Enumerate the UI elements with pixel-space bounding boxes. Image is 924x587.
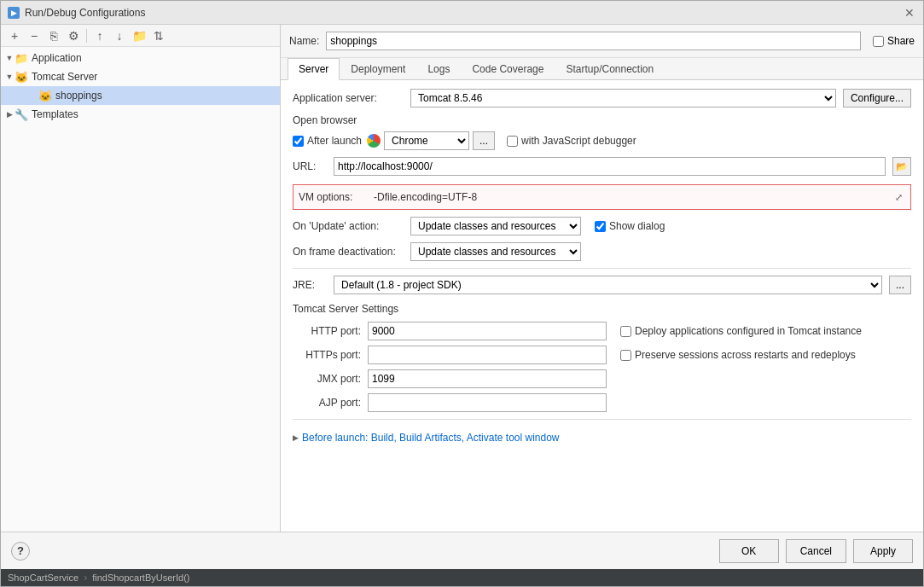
before-launch-row[interactable]: ▶ Before launch: Build, Build Artifacts,… — [293, 427, 911, 449]
tab-deployment[interactable]: Deployment — [340, 58, 416, 80]
ajp-port-row: AJP port: — [293, 393, 911, 412]
ok-button[interactable]: OK — [719, 539, 779, 563]
jre-browse-button[interactable]: ... — [889, 276, 911, 294]
tab-startup-connection[interactable]: Startup/Connection — [555, 58, 665, 80]
remove-config-button[interactable]: − — [26, 27, 43, 44]
https-port-label: HTTPs port: — [293, 349, 361, 361]
divider-1 — [293, 268, 911, 269]
deploy-checkbox[interactable] — [620, 326, 631, 337]
browser-select[interactable]: Chrome — [384, 131, 469, 150]
tree-item-templates[interactable]: ▶ 🔧 Templates — [1, 105, 280, 124]
wrench-icon: 🔧 — [15, 108, 28, 121]
https-port-input[interactable] — [368, 346, 607, 364]
show-dialog-label[interactable]: Show dialog — [595, 220, 665, 232]
on-update-row: On 'Update' action: Update classes and r… — [293, 217, 911, 235]
tomcat-icon: 🐱 — [15, 70, 28, 84]
tree-item-application[interactable]: ▼ 📁 Application — [1, 49, 280, 67]
copy-config-button[interactable]: ⎘ — [45, 27, 62, 44]
arrow-application: ▼ — [4, 53, 15, 63]
ajp-port-input[interactable] — [368, 393, 607, 412]
chrome-icon — [367, 134, 381, 148]
bottom-bar: ? OK Cancel Apply — [1, 532, 923, 569]
add-config-button[interactable]: + — [6, 27, 23, 44]
open-browser-label: Open browser — [293, 114, 911, 126]
browser-browse-button[interactable]: ... — [473, 131, 495, 150]
tree-item-tomcat-server[interactable]: ▼ 🐱 Tomcat Server — [1, 67, 280, 86]
https-port-row: HTTPs port: Preserve sessions across res… — [293, 346, 911, 364]
tab-code-coverage[interactable]: Code Coverage — [461, 58, 555, 80]
arrow-tomcat: ▼ — [4, 72, 15, 82]
divider-2 — [293, 419, 911, 420]
left-panel: + − ⎘ ⚙ ↑ ↓ 📁 ⇅ ▼ 📁 Application ▼ 🐱 — [1, 25, 281, 532]
app-server-label: Application server: — [293, 92, 404, 104]
jre-row: JRE: Default (1.8 - project SDK) ... — [293, 276, 911, 294]
sort-button[interactable]: ⇅ — [150, 27, 167, 44]
help-button[interactable]: ? — [11, 542, 30, 561]
url-label: URL: — [293, 160, 327, 172]
jre-select[interactable]: Default (1.8 - project SDK) — [334, 276, 882, 294]
vm-options-label: VM options: — [299, 191, 367, 203]
tabs-bar: Server Deployment Logs Code Coverage Sta… — [281, 58, 923, 80]
right-panel: Name: Share Server Deployment Logs Code … — [281, 25, 923, 532]
move-down-button[interactable]: ↓ — [111, 27, 128, 44]
vm-options-input[interactable] — [374, 189, 885, 206]
browser-row: After launch Chrome ... with JavaScript … — [293, 131, 911, 150]
jmx-port-input[interactable] — [368, 369, 607, 388]
on-frame-row: On frame deactivation: Update classes an… — [293, 242, 911, 261]
show-dialog-checkbox[interactable] — [595, 221, 606, 232]
title-bar-left: ▶ Run/Debug Configurations — [8, 7, 145, 19]
arrow-shoppings — [28, 90, 38, 101]
arrow-templates: ▶ — [4, 109, 15, 119]
share-label: Share — [887, 35, 915, 47]
tab-logs[interactable]: Logs — [416, 58, 461, 80]
dialog-body: + − ⎘ ⚙ ↑ ↓ 📁 ⇅ ▼ 📁 Application ▼ 🐱 — [1, 25, 923, 532]
move-up-button[interactable]: ↑ — [91, 27, 108, 44]
js-debugger-checkbox[interactable] — [507, 136, 518, 147]
deploy-check-label[interactable]: Deploy applications configured in Tomcat… — [620, 325, 862, 337]
run-debug-dialog: ▶ Run/Debug Configurations ✕ + − ⎘ ⚙ ↑ ↓… — [0, 0, 924, 587]
tomcat-settings-label: Tomcat Server Settings — [293, 303, 911, 315]
jmx-port-row: JMX port: — [293, 369, 911, 388]
tree-label-application: Application — [32, 52, 82, 64]
share-row: Share — [873, 35, 915, 47]
name-input[interactable] — [326, 32, 861, 50]
before-launch-arrow: ▶ — [293, 433, 299, 442]
js-debugger-label[interactable]: with JavaScript debugger — [507, 135, 636, 147]
on-frame-select[interactable]: Update classes and resources — [410, 242, 581, 261]
http-port-row: HTTP port: Deploy applications configure… — [293, 322, 911, 340]
shoppings-icon: 🐱 — [38, 89, 52, 102]
configure-button[interactable]: Configure... — [843, 89, 911, 108]
vm-expand-button[interactable]: ⤢ — [892, 190, 905, 204]
vm-options-row: VM options: ⤢ — [293, 184, 911, 210]
app-server-select[interactable]: Tomcat 8.5.46 — [410, 89, 836, 108]
on-frame-label: On frame deactivation: — [293, 246, 404, 258]
folder-button[interactable]: 📁 — [131, 27, 148, 44]
tree-label-tomcat: Tomcat Server — [32, 71, 97, 83]
apply-button[interactable]: Apply — [853, 539, 913, 563]
preserve-checkbox[interactable] — [620, 350, 631, 361]
http-port-input[interactable] — [368, 322, 607, 340]
close-button[interactable]: ✕ — [903, 6, 916, 20]
settings-button[interactable]: ⚙ — [65, 27, 82, 44]
left-toolbar: + − ⎘ ⚙ ↑ ↓ 📁 ⇅ — [1, 25, 280, 47]
jmx-port-label: JMX port: — [293, 373, 361, 385]
tab-server[interactable]: Server — [288, 58, 340, 80]
jre-label: JRE: — [293, 279, 327, 291]
app-icon: ▶ — [8, 7, 20, 19]
url-row: URL: 📂 — [293, 157, 911, 176]
preserve-check-label[interactable]: Preserve sessions across restarts and re… — [620, 349, 856, 361]
after-launch-label[interactable]: After launch — [293, 135, 362, 147]
statusbar-separator: › — [84, 572, 87, 584]
before-launch-text: Before launch: Build, Build Artifacts, A… — [302, 432, 560, 444]
share-checkbox[interactable] — [873, 36, 884, 47]
tree-item-shoppings[interactable]: 🐱 shoppings — [1, 86, 280, 105]
browser-select-wrap: Chrome ... — [367, 131, 495, 150]
http-port-label: HTTP port: — [293, 325, 361, 337]
statusbar-method: findShopcartByUserId() — [92, 572, 189, 583]
on-update-select[interactable]: Update classes and resources — [410, 217, 581, 235]
cancel-button[interactable]: Cancel — [786, 539, 846, 563]
toolbar-separator — [86, 29, 87, 43]
url-browse-button[interactable]: 📂 — [892, 157, 911, 176]
url-input[interactable] — [334, 157, 886, 176]
after-launch-checkbox[interactable] — [293, 136, 304, 147]
